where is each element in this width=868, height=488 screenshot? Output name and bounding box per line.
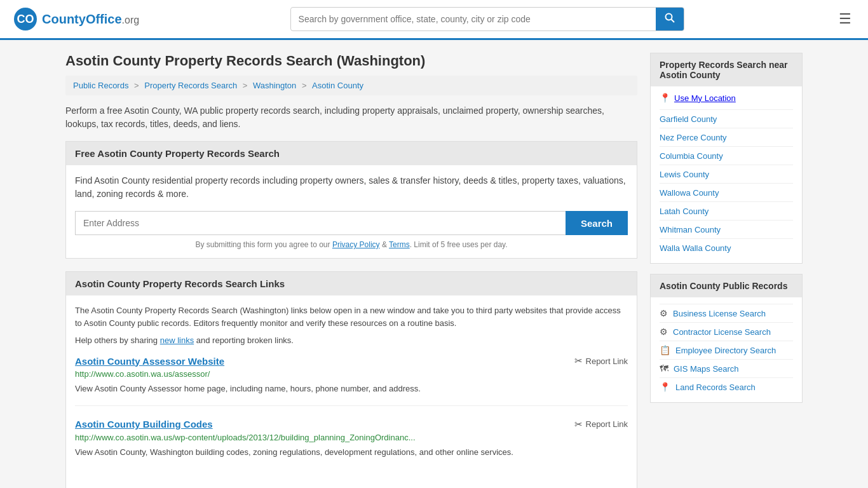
list-item: ⚙ Contractor License Search: [660, 322, 793, 341]
menu-button[interactable]: ☰: [835, 7, 855, 31]
list-item: Lewis County: [660, 165, 793, 183]
list-item: 📋 Employee Directory Search: [660, 341, 793, 359]
sidebar-item-wallowa[interactable]: Wallowa County: [660, 188, 719, 198]
sidebar-business-license[interactable]: Business License Search: [673, 309, 766, 318]
sidebar-item-columbia[interactable]: Columbia County: [660, 151, 723, 161]
form-disclaimer: By submitting this form you agree to our…: [75, 240, 628, 249]
new-links-link[interactable]: new links: [160, 336, 194, 345]
search-icon: [665, 13, 675, 23]
assessor-link-desc: View Asotin County Assessor home page, i…: [75, 383, 628, 395]
location-pin-icon: 📍: [660, 93, 670, 103]
sidebar-item-walla-walla[interactable]: Walla Walla County: [660, 243, 731, 253]
list-item: 📍 Land Records Search: [660, 377, 793, 396]
map-icon: 🗺: [660, 363, 668, 374]
svg-text:CO: CO: [17, 13, 34, 25]
sidebar-land-records[interactable]: Land Records Search: [675, 383, 756, 392]
breadcrumb-property-records[interactable]: Property Records Search: [144, 81, 237, 90]
list-item: Wallowa County: [660, 183, 793, 201]
sidebar-contractor-license[interactable]: Contractor License Search: [673, 327, 771, 337]
header-search-bar: [290, 7, 684, 31]
breadcrumb: Public Records > Property Records Search…: [65, 76, 637, 95]
sidebar-item-lewis[interactable]: Lewis County: [660, 170, 709, 179]
wrench-icon: ✂: [574, 355, 583, 367]
free-search-section: Free Asotin County Property Records Sear…: [65, 141, 637, 259]
free-search-description: Find Asotin County residential property …: [75, 174, 628, 201]
page-description: Perform a free Asotin County, WA public …: [65, 104, 637, 131]
list-item: Columbia County: [660, 146, 793, 165]
building-link-title[interactable]: Asotin County Building Codes: [75, 419, 213, 430]
use-location-button[interactable]: 📍 Use My Location: [660, 93, 793, 103]
assessor-link-title[interactable]: Asotin County Assessor Website: [75, 356, 224, 367]
list-item: Garfield County: [660, 109, 793, 128]
breadcrumb-washington[interactable]: Washington: [253, 81, 296, 90]
links-section: Asotin County Property Records Search Li…: [65, 271, 637, 488]
sidebar-nearby-section: Property Records Search near Asotin Coun…: [650, 53, 803, 264]
gear-icon: ⚙: [660, 308, 668, 318]
list-item: Whitman County: [660, 220, 793, 238]
links-section-body: The Asotin County Property Records Searc…: [66, 295, 637, 488]
breadcrumb-public-records[interactable]: Public Records: [73, 81, 128, 90]
report-link-building[interactable]: ✂ Report Link: [574, 419, 628, 430]
privacy-policy-link[interactable]: Privacy Policy: [332, 240, 380, 249]
logo-icon: CO: [13, 6, 38, 32]
building-link-desc: View Asotin County, Washington building …: [75, 446, 628, 459]
sidebar-item-latah[interactable]: Latah County: [660, 207, 709, 216]
sidebar-item-garfield[interactable]: Garfield County: [660, 114, 717, 124]
logo-text: CountyOffice.org: [42, 12, 139, 27]
report-link-assessor[interactable]: ✂ Report Link: [574, 355, 628, 367]
page-wrapper: Asotin County Property Records Search (W…: [53, 40, 815, 488]
search-button[interactable]: Search: [566, 211, 628, 235]
use-my-location-link[interactable]: Use My Location: [674, 93, 736, 103]
nearby-county-list: Garfield County Nez Perce County Columbi…: [660, 109, 793, 257]
sidebar-item-nez-perce[interactable]: Nez Perce County: [660, 133, 727, 142]
free-search-body: Find Asotin County residential property …: [66, 165, 637, 258]
gear-icon-2: ⚙: [660, 327, 668, 337]
main-content: Asotin County Property Records Search (W…: [65, 53, 637, 488]
sidebar-employee-directory[interactable]: Employee Directory Search: [675, 346, 776, 355]
sidebar: Property Records Search near Asotin Coun…: [650, 53, 803, 488]
wrench-icon-2: ✂: [574, 419, 583, 430]
list-item: ⚙ Business License Search: [660, 304, 793, 322]
page-title: Asotin County Property Records Search (W…: [65, 53, 637, 69]
directory-icon: 📋: [660, 345, 670, 355]
sidebar-public-records-header: Asotin County Public Records: [651, 274, 802, 297]
sidebar-nearby-body: 📍 Use My Location Garfield County Nez Pe…: [651, 86, 802, 263]
link-item-building: Asotin County Building Codes ✂ Report Li…: [75, 419, 628, 469]
assessor-link-url: http://www.co.asotin.wa.us/assessor/: [75, 369, 628, 379]
sidebar-item-whitman[interactable]: Whitman County: [660, 225, 721, 234]
sidebar-gis-maps[interactable]: GIS Maps Search: [674, 364, 739, 374]
sidebar-nearby-header: Property Records Search near Asotin Coun…: [651, 53, 802, 86]
links-header: Asotin County Property Records Search Li…: [66, 272, 637, 295]
link-item-assessor: Asotin County Assessor Website ✂ Report …: [75, 355, 628, 406]
logo[interactable]: CO CountyOffice.org: [13, 6, 139, 32]
breadcrumb-asotin[interactable]: Asotin County: [312, 81, 363, 90]
list-item: Nez Perce County: [660, 128, 793, 146]
svg-point-2: [665, 14, 672, 20]
header-search-button[interactable]: [656, 8, 684, 30]
address-input[interactable]: [75, 211, 566, 235]
address-search-row: Search: [75, 211, 628, 235]
sidebar-public-records-section: Asotin County Public Records ⚙ Business …: [650, 274, 803, 403]
free-search-header: Free Asotin County Property Records Sear…: [66, 142, 637, 165]
terms-link[interactable]: Terms: [389, 240, 410, 249]
building-link-url: http://www.co.asotin.wa.us/wp-content/up…: [75, 433, 628, 442]
share-links-text: Help others by sharing new links and rep…: [75, 336, 628, 345]
svg-line-3: [671, 20, 674, 23]
links-description: The Asotin County Property Records Searc…: [75, 304, 628, 329]
list-item: 🗺 GIS Maps Search: [660, 359, 793, 377]
list-item: Walla Walla County: [660, 238, 793, 257]
list-item: Latah County: [660, 201, 793, 220]
sidebar-public-records-body: ⚙ Business License Search ⚙ Contractor L…: [651, 297, 802, 402]
header: CO CountyOffice.org ☰: [0, 0, 868, 40]
land-icon: 📍: [660, 382, 670, 392]
public-records-list: ⚙ Business License Search ⚙ Contractor L…: [660, 304, 793, 396]
header-search-input[interactable]: [291, 9, 656, 29]
